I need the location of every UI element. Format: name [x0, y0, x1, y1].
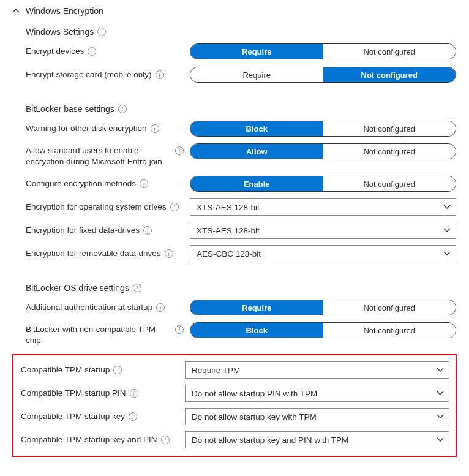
label: Encryption for fixed data-drives: [26, 225, 140, 236]
info-icon[interactable]: i: [151, 124, 159, 133]
label: Compatible TPM startup: [21, 365, 110, 376]
info-icon[interactable]: i: [113, 366, 122, 374]
label: Compatible TPM startup PIN: [21, 388, 126, 399]
label: Allow standard users to enable encryptio…: [26, 145, 171, 167]
row-encrypt-storage: Encrypt storage card (mobile only) i Req…: [26, 66, 457, 83]
info-icon[interactable]: i: [156, 303, 165, 312]
info-icon[interactable]: i: [175, 146, 184, 155]
row-encrypt-devices: Encrypt devices i Require Not configured: [26, 43, 457, 60]
select-enc-os-drives[interactable]: XTS-AES 128-bit: [190, 198, 456, 216]
toggle-left[interactable]: Require: [190, 67, 323, 82]
row-enc-os-drives: Encryption for operating system drives i…: [26, 198, 457, 216]
info-icon[interactable]: i: [130, 389, 138, 398]
row-tpm-startup: Compatible TPM startup i Require TPM: [21, 361, 449, 379]
row-tpm-startup-key: Compatible TPM startup key i Do not allo…: [21, 408, 449, 425]
section-header[interactable]: Windows Encryption: [12, 6, 457, 16]
info-icon[interactable]: i: [118, 105, 127, 113]
row-add-auth-startup: Additional authentication at startup i R…: [26, 299, 457, 316]
group-title: BitLocker base settings: [26, 104, 114, 114]
toggle-right[interactable]: Not configured: [323, 121, 456, 136]
group-bitlocker-os: BitLocker OS drive settings i: [26, 283, 457, 293]
select-value: Do not allow startup key with TPM: [192, 412, 317, 421]
info-icon[interactable]: i: [88, 47, 96, 56]
chevron-down-icon: [443, 203, 451, 211]
row-noncompat-tpm: BitLocker with non-compatible TPM chip i…: [26, 322, 457, 348]
toggle-left[interactable]: Allow: [190, 144, 323, 159]
row-config-enc-methods: Configure encryption methods i Enable No…: [26, 175, 457, 192]
info-icon[interactable]: i: [129, 412, 137, 421]
label: BitLocker with non-compatible TPM chip: [26, 324, 171, 346]
row-tpm-startup-pin: Compatible TPM startup PIN i Do not allo…: [21, 385, 449, 402]
select-value: Do not allow startup PIN with TPM: [192, 389, 317, 398]
row-enc-removable-drives: Encryption for removable data-drives i A…: [26, 245, 457, 262]
toggle-noncompat-tpm[interactable]: Block Not configured: [190, 322, 456, 338]
label: Warning for other disk encryption: [26, 123, 147, 134]
chevron-down-icon: [437, 390, 444, 397]
toggle-left[interactable]: Block: [190, 323, 323, 338]
toggle-encrypt-storage[interactable]: Require Not configured: [190, 67, 456, 83]
select-value: XTS-AES 128-bit: [197, 203, 260, 212]
select-value: AES-CBC 128-bit: [197, 249, 261, 259]
group-bitlocker-base: BitLocker base settings i: [26, 104, 457, 114]
toggle-right[interactable]: Not configured: [323, 67, 456, 82]
info-icon[interactable]: i: [165, 249, 173, 258]
label: Encryption for removable data-drives: [26, 248, 161, 259]
row-warn-other-disk: Warning for other disk encryption i Bloc…: [26, 120, 457, 137]
info-icon[interactable]: i: [97, 28, 106, 36]
chevron-down-icon: [437, 436, 444, 444]
label: Encrypt storage card (mobile only): [26, 69, 152, 80]
toggle-right[interactable]: Not configured: [323, 176, 456, 191]
info-icon[interactable]: i: [175, 325, 184, 334]
toggle-config-enc-methods[interactable]: Enable Not configured: [190, 176, 456, 192]
label: Compatible TPM startup key: [21, 411, 125, 422]
select-value: Require TPM: [192, 366, 240, 375]
chevron-up-icon: [12, 7, 20, 15]
group-title: Windows Settings: [26, 27, 94, 37]
info-icon[interactable]: i: [133, 284, 141, 292]
toggle-right[interactable]: Not configured: [323, 323, 456, 338]
toggle-warn-other-disk[interactable]: Block Not configured: [190, 121, 456, 137]
info-icon[interactable]: i: [156, 70, 164, 79]
row-allow-std-users: Allow standard users to enable encryptio…: [26, 143, 457, 169]
info-icon[interactable]: i: [170, 203, 179, 211]
chevron-down-icon: [437, 413, 444, 420]
select-enc-fixed-drives[interactable]: XTS-AES 128-bit: [190, 222, 456, 239]
toggle-left[interactable]: Enable: [190, 176, 323, 191]
select-tpm-startup-key-pin[interactable]: Do not allow startup key and PIN with TP…: [185, 431, 449, 448]
row-enc-fixed-drives: Encryption for fixed data-drives i XTS-A…: [26, 222, 457, 239]
row-tpm-startup-key-pin: Compatible TPM startup key and PIN i Do …: [21, 431, 449, 448]
chevron-down-icon: [443, 227, 451, 234]
highlight-box: Compatible TPM startup i Require TPM Com…: [12, 354, 457, 457]
group-title: BitLocker OS drive settings: [26, 283, 129, 293]
info-icon[interactable]: i: [140, 179, 148, 188]
section-title: Windows Encryption: [26, 6, 103, 16]
toggle-allow-std-users[interactable]: Allow Not configured: [190, 143, 456, 159]
select-value: Do not allow startup key and PIN with TP…: [192, 436, 348, 445]
toggle-right[interactable]: Not configured: [323, 300, 456, 315]
chevron-down-icon: [437, 366, 444, 374]
toggle-add-auth-startup[interactable]: Require Not configured: [190, 300, 456, 315]
label: Additional authentication at startup: [26, 302, 152, 313]
toggle-left[interactable]: Require: [190, 300, 323, 315]
select-enc-removable-drives[interactable]: AES-CBC 128-bit: [190, 245, 456, 262]
label: Configure encryption methods: [26, 178, 136, 189]
group-windows-settings: Windows Settings i: [26, 27, 457, 37]
info-icon[interactable]: i: [161, 436, 170, 444]
select-tpm-startup-pin[interactable]: Do not allow startup PIN with TPM: [185, 385, 449, 402]
select-tpm-startup-key[interactable]: Do not allow startup key with TPM: [185, 408, 449, 425]
chevron-down-icon: [443, 250, 451, 257]
select-value: XTS-AES 128-bit: [197, 226, 260, 235]
toggle-left[interactable]: Block: [190, 121, 323, 136]
label: Compatible TPM startup key and PIN: [21, 434, 157, 445]
select-tpm-startup[interactable]: Require TPM: [185, 361, 449, 379]
toggle-encrypt-devices[interactable]: Require Not configured: [190, 43, 456, 59]
toggle-left[interactable]: Require: [190, 44, 323, 59]
label: Encrypt devices: [26, 46, 84, 57]
toggle-right[interactable]: Not configured: [323, 44, 456, 59]
info-icon[interactable]: i: [143, 226, 152, 235]
toggle-right[interactable]: Not configured: [323, 144, 456, 159]
label: Encryption for operating system drives: [26, 202, 167, 213]
